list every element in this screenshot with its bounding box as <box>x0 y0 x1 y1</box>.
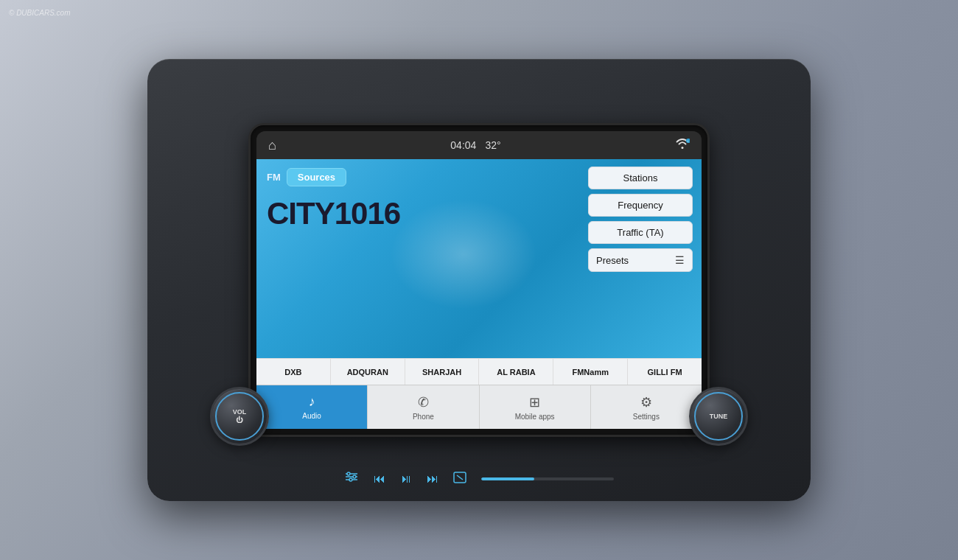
mobile-apps-icon: ⊞ <box>529 394 540 410</box>
next-button[interactable]: ⏭ <box>427 472 438 486</box>
phone-label: Phone <box>413 413 434 421</box>
presets-row: DXB ADQURAN SHARJAH AL RABIA FMNamm GILL… <box>256 358 702 385</box>
frequency-button[interactable]: Frequency <box>588 194 693 217</box>
fm-sources-row: FM Sources <box>267 168 573 186</box>
home-icon[interactable]: ⌂ <box>268 138 276 153</box>
car-dashboard: © DUBICARS.com ⌂ 04:04 32° <box>0 0 958 560</box>
nav-mobile-apps[interactable]: ⊞ Mobile apps <box>480 385 591 429</box>
main-content: FM Sources CITY1016 Stations Frequency T… <box>256 159 702 358</box>
equalizer-button[interactable] <box>344 471 359 486</box>
sources-button[interactable]: Sources <box>287 168 346 186</box>
svg-point-5 <box>347 472 350 475</box>
temperature-display: 32° <box>485 139 500 151</box>
fm-label: FM <box>267 172 281 183</box>
progress-fill <box>481 477 534 480</box>
preset-item[interactable]: DXB <box>256 359 331 385</box>
preset-item[interactable]: FMNamm <box>553 359 628 385</box>
media-controls: ⏮ ⏯ ⏭ <box>344 471 614 486</box>
nav-phone[interactable]: ✆ Phone <box>368 385 479 429</box>
svg-point-6 <box>353 475 356 478</box>
mute-button[interactable] <box>453 472 466 486</box>
progress-bar <box>481 477 614 480</box>
traffic-button[interactable]: Traffic (TA) <box>588 221 693 244</box>
preset-item[interactable]: SHARJAH <box>405 359 480 385</box>
presets-button[interactable]: Presets ☰ <box>588 248 693 272</box>
vol-label: VOL⏻ <box>233 408 247 424</box>
settings-label: Settings <box>633 413 660 421</box>
nav-audio[interactable]: ♪ Audio <box>256 385 368 429</box>
presets-menu-icon: ☰ <box>675 254 685 266</box>
status-bar: ⌂ 04:04 32° i <box>256 131 702 159</box>
volume-knob[interactable]: VOL⏻ <box>210 387 269 446</box>
nav-settings[interactable]: ⚙ Settings <box>591 385 702 429</box>
preset-item[interactable]: AL RABIA <box>479 359 553 385</box>
wifi-icon: i <box>675 138 690 153</box>
settings-icon: ⚙ <box>640 394 652 410</box>
play-pause-button[interactable]: ⏯ <box>400 472 412 486</box>
tune-label: TUNE <box>710 413 728 420</box>
watermark: © DUBICARS.com <box>9 9 71 17</box>
previous-button[interactable]: ⏮ <box>374 472 385 486</box>
bottom-nav: ♪ Audio ✆ Phone ⊞ Mobile apps ⚙ Settings <box>256 385 702 429</box>
svg-point-7 <box>349 478 352 481</box>
left-panel: FM Sources CITY1016 <box>256 159 584 358</box>
audio-icon: ♪ <box>309 394 315 410</box>
preset-item[interactable]: ADQURAN <box>331 359 405 385</box>
screen: ⌂ 04:04 32° i <box>256 131 702 429</box>
phone-icon: ✆ <box>418 394 429 410</box>
screen-bezel: ⌂ 04:04 32° i <box>251 125 707 435</box>
status-center: 04:04 32° <box>450 139 500 151</box>
stations-button[interactable]: Stations <box>588 167 693 189</box>
preset-item[interactable]: GILLI FM <box>628 359 702 385</box>
tune-knob[interactable]: TUNE <box>689 387 748 446</box>
mobile-apps-label: Mobile apps <box>515 413 555 421</box>
svg-text:i: i <box>688 139 688 143</box>
dashboard-surface: ⌂ 04:04 32° i <box>147 59 811 501</box>
station-name: CITY1016 <box>267 198 573 229</box>
audio-label: Audio <box>302 412 321 420</box>
svg-line-9 <box>457 475 463 480</box>
right-panel: Stations Frequency Traffic (TA) Presets … <box>584 159 702 358</box>
time-display: 04:04 <box>450 139 476 151</box>
